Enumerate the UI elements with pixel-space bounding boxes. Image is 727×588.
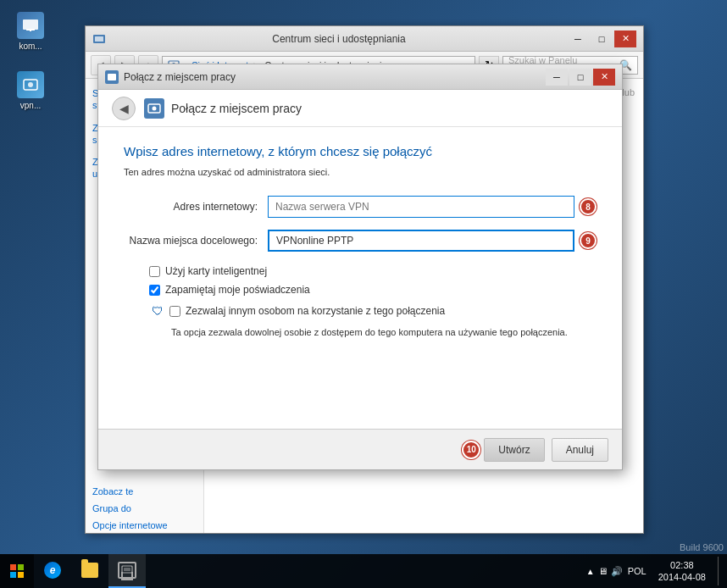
taskbar-right: ▲ 🖥 🔊 POL 02:38 2014-04-08 bbox=[586, 554, 727, 588]
smartcard-row: Użyj karty inteligentnej bbox=[124, 265, 597, 277]
taskbar-item-vpn[interactable] bbox=[108, 554, 146, 588]
dialog-section-title: Połącz z miejscem pracy bbox=[171, 102, 302, 115]
allow-label[interactable]: Zezwalaj innym osobom na korzystanie z t… bbox=[186, 305, 445, 317]
dialog-footer: 10 Utwórz Anuluj bbox=[98, 429, 622, 469]
desktop-icon-img-2 bbox=[17, 71, 44, 98]
svg-rect-6 bbox=[95, 36, 103, 42]
window-close-button[interactable]: ✕ bbox=[614, 31, 636, 47]
dialog-body: Wpisz adres internetowy, z którym chcesz… bbox=[98, 127, 622, 364]
dialog-heading: Wpisz adres internetowy, z którym chcesz… bbox=[124, 144, 597, 158]
dialog-controls: ─ □ ✕ bbox=[546, 69, 615, 86]
step-10-badge: 10 bbox=[462, 441, 480, 459]
dialog-back-button[interactable]: ◀ bbox=[112, 97, 136, 120]
smartcard-label[interactable]: Użyj karty inteligentnej bbox=[165, 265, 267, 277]
volume-systray-icon[interactable]: 🔊 bbox=[611, 566, 623, 577]
dialog-close-button[interactable]: ✕ bbox=[593, 69, 615, 86]
desktop-icon-label-2: vpn... bbox=[20, 101, 41, 110]
cancel-button[interactable]: Anuluj bbox=[552, 438, 608, 462]
allow-description: Ta opcja zezwala dowolnej osobie z dostę… bbox=[124, 326, 597, 339]
svg-rect-9 bbox=[108, 74, 116, 80]
address-input[interactable] bbox=[268, 196, 574, 218]
sidebar-link-opcje[interactable]: Opcje internetowe bbox=[92, 519, 197, 531]
step-9-badge: 9 bbox=[580, 232, 597, 249]
remember-checkbox[interactable] bbox=[149, 285, 160, 296]
dialog-title-icon bbox=[105, 70, 119, 84]
window-titlebar: Centrum sieci i udostępniania ─ □ ✕ bbox=[86, 26, 643, 52]
svg-rect-12 bbox=[10, 564, 16, 570]
svg-rect-0 bbox=[23, 19, 38, 30]
vpn-taskbar-icon bbox=[118, 562, 136, 579]
taskbar-items: e bbox=[34, 554, 146, 588]
ie-icon: e bbox=[44, 562, 61, 579]
form-row-address: Adres internetowy: 8 bbox=[124, 196, 597, 218]
footer-create-group: 10 Utwórz bbox=[462, 438, 544, 462]
dialog-minimize-button[interactable]: ─ bbox=[546, 69, 568, 86]
dialog-title-text: Połącz z miejscem pracy bbox=[124, 71, 236, 83]
shield-icon: 🛡 bbox=[149, 302, 166, 319]
svg-rect-17 bbox=[124, 568, 130, 571]
window-title-icon bbox=[92, 32, 106, 46]
windows-logo-icon bbox=[8, 563, 25, 580]
window-maximize-button[interactable]: □ bbox=[591, 31, 613, 47]
remember-label[interactable]: Zapamiętaj moje poświadczenia bbox=[165, 284, 310, 296]
build-info-text: Build 9600 bbox=[680, 542, 724, 552]
sidebar-link-grupa[interactable]: Grupa do bbox=[92, 502, 197, 514]
form-row-destination: Nazwa miejsca docelowego: 9 bbox=[124, 230, 597, 252]
systray-chevron[interactable]: ▲ bbox=[586, 567, 595, 576]
network-systray-icon[interactable]: 🖥 bbox=[598, 566, 608, 576]
desktop-icon-img bbox=[17, 12, 44, 39]
start-button[interactable] bbox=[0, 554, 34, 588]
folder-icon bbox=[81, 563, 98, 578]
taskbar-item-ie[interactable]: e bbox=[34, 554, 71, 588]
create-button[interactable]: Utwórz bbox=[484, 438, 544, 462]
build-info: Build 9600 bbox=[680, 542, 724, 552]
destination-input[interactable] bbox=[268, 230, 574, 252]
step-8-badge: 8 bbox=[580, 198, 597, 215]
sidebar-link-zobacz[interactable]: Zobacz te bbox=[92, 485, 197, 497]
show-desktop-button[interactable] bbox=[718, 557, 723, 585]
smartcard-checkbox[interactable] bbox=[149, 266, 160, 277]
allow-checkbox[interactable] bbox=[169, 306, 180, 317]
taskbar-item-folder[interactable] bbox=[71, 554, 108, 588]
svg-point-11 bbox=[153, 106, 157, 110]
dialog-nav: ◀ Połącz z miejscem pracy bbox=[98, 90, 622, 127]
dialog-maximize-button[interactable]: □ bbox=[569, 69, 591, 86]
taskbar-clock[interactable]: 02:38 2014-04-08 bbox=[652, 559, 713, 584]
address-label: Adres internetowy: bbox=[124, 201, 268, 213]
clock-date: 2014-04-08 bbox=[658, 571, 706, 583]
clock-time: 02:38 bbox=[658, 559, 706, 571]
allow-row: 🛡 Zezwalaj innym osobom na korzystanie z… bbox=[124, 302, 597, 319]
vpn-dialog: Połącz z miejscem pracy ─ □ ✕ ◀ Połącz z… bbox=[97, 64, 623, 470]
dialog-subtitle: Ten adres można uzyskać od administrator… bbox=[124, 167, 597, 177]
desktop-icon-vpn[interactable]: vpn... bbox=[5, 68, 56, 114]
remember-row: Zapamiętaj moje poświadczenia bbox=[124, 284, 597, 296]
window-controls: ─ □ ✕ bbox=[567, 31, 636, 47]
dialog-section-icon bbox=[144, 98, 164, 119]
window-title-text: Centrum sieci i udostępniania bbox=[111, 33, 567, 45]
svg-point-4 bbox=[28, 82, 33, 87]
checkboxes-section: Użyj karty inteligentnej Zapamiętaj moje… bbox=[124, 265, 597, 339]
dialog-titlebar: Połącz z miejscem pracy ─ □ ✕ bbox=[98, 64, 622, 90]
desktop-icon-label: kom... bbox=[19, 42, 42, 51]
svg-rect-14 bbox=[10, 572, 16, 578]
sidebar-bottom-links: Zobacz te Grupa do Opcje internetowe Zap… bbox=[92, 485, 197, 533]
desktop: kom... vpn... Centrum sieci i udostępnia… bbox=[0, 0, 727, 588]
language-indicator[interactable]: POL bbox=[628, 566, 647, 576]
systray-icons: ▲ 🖥 🔊 bbox=[586, 566, 623, 577]
desktop-icon-kom[interactable]: kom... bbox=[5, 8, 56, 54]
svg-rect-13 bbox=[18, 564, 24, 570]
destination-label: Nazwa miejsca docelowego: bbox=[124, 235, 268, 247]
taskbar: e ▲ 🖥 🔊 bbox=[0, 554, 727, 588]
window-minimize-button[interactable]: ─ bbox=[567, 31, 589, 47]
svg-rect-15 bbox=[18, 572, 24, 578]
